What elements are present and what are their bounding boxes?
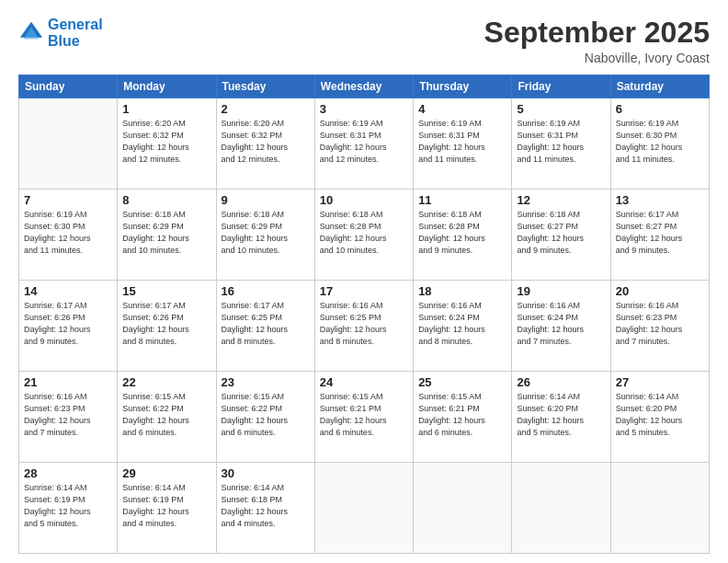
calendar-week-5: 28Sunrise: 6:14 AMSunset: 6:19 PMDayligh… [19,463,710,554]
logo-icon [18,20,44,46]
day-info: Sunrise: 6:15 AMSunset: 6:21 PMDaylight:… [418,391,506,439]
calendar-cell: 1Sunrise: 6:20 AMSunset: 6:32 PMDaylight… [118,98,216,190]
header-tuesday: Tuesday [216,75,314,98]
logo: General Blue [18,17,103,49]
day-info: Sunrise: 6:14 AMSunset: 6:20 PMDaylight:… [616,391,704,439]
day-number: 19 [517,284,605,298]
day-number: 1 [122,102,210,116]
day-number: 10 [320,193,408,207]
day-info: Sunrise: 6:19 AMSunset: 6:30 PMDaylight:… [24,209,112,257]
calendar-week-4: 21Sunrise: 6:16 AMSunset: 6:23 PMDayligh… [19,372,710,463]
day-number: 5 [517,102,605,116]
calendar-cell [19,98,118,190]
calendar-cell: 3Sunrise: 6:19 AMSunset: 6:31 PMDaylight… [314,98,413,190]
day-number: 20 [616,284,704,298]
day-info: Sunrise: 6:19 AMSunset: 6:31 PMDaylight:… [517,118,605,166]
day-number: 23 [222,375,310,389]
day-info: Sunrise: 6:18 AMSunset: 6:28 PMDaylight:… [320,209,408,257]
calendar-cell: 14Sunrise: 6:17 AMSunset: 6:26 PMDayligh… [19,281,118,372]
calendar-cell: 19Sunrise: 6:16 AMSunset: 6:24 PMDayligh… [512,281,610,372]
day-info: Sunrise: 6:16 AMSunset: 6:25 PMDaylight:… [320,300,408,348]
day-info: Sunrise: 6:15 AMSunset: 6:21 PMDaylight:… [320,391,408,439]
day-number: 17 [320,284,408,298]
day-number: 27 [616,375,704,389]
day-info: Sunrise: 6:16 AMSunset: 6:24 PMDaylight:… [418,300,506,348]
day-info: Sunrise: 6:19 AMSunset: 6:31 PMDaylight:… [320,118,408,166]
day-number: 26 [517,375,605,389]
calendar-cell [512,463,610,554]
day-info: Sunrise: 6:14 AMSunset: 6:19 PMDaylight:… [24,482,112,530]
calendar-cell: 2Sunrise: 6:20 AMSunset: 6:32 PMDaylight… [216,98,314,190]
day-info: Sunrise: 6:14 AMSunset: 6:18 PMDaylight:… [222,482,310,530]
day-info: Sunrise: 6:18 AMSunset: 6:28 PMDaylight:… [418,209,506,257]
page: General Blue September 2025 Naboville, I… [0,0,728,563]
calendar-cell: 6Sunrise: 6:19 AMSunset: 6:30 PMDaylight… [610,98,709,190]
calendar-cell: 20Sunrise: 6:16 AMSunset: 6:23 PMDayligh… [610,281,709,372]
calendar-cell [414,463,512,554]
calendar-cell: 26Sunrise: 6:14 AMSunset: 6:20 PMDayligh… [512,372,610,463]
calendar-table: Sunday Monday Tuesday Wednesday Thursday… [18,75,710,554]
calendar-cell: 29Sunrise: 6:14 AMSunset: 6:19 PMDayligh… [118,463,216,554]
calendar-cell: 16Sunrise: 6:17 AMSunset: 6:25 PMDayligh… [216,281,314,372]
weekday-header-row: Sunday Monday Tuesday Wednesday Thursday… [19,75,710,98]
day-info: Sunrise: 6:17 AMSunset: 6:26 PMDaylight:… [24,300,112,348]
calendar-cell: 5Sunrise: 6:19 AMSunset: 6:31 PMDaylight… [512,98,610,190]
calendar-cell: 28Sunrise: 6:14 AMSunset: 6:19 PMDayligh… [19,463,118,554]
calendar-week-3: 14Sunrise: 6:17 AMSunset: 6:26 PMDayligh… [19,281,710,372]
header-monday: Monday [118,75,216,98]
day-number: 30 [222,466,310,480]
day-number: 29 [122,466,210,480]
calendar-cell: 18Sunrise: 6:16 AMSunset: 6:24 PMDayligh… [414,281,512,372]
day-number: 7 [24,193,112,207]
header-friday: Friday [512,75,610,98]
calendar-cell: 17Sunrise: 6:16 AMSunset: 6:25 PMDayligh… [314,281,413,372]
day-number: 24 [320,375,408,389]
day-number: 3 [320,102,408,116]
calendar-cell: 30Sunrise: 6:14 AMSunset: 6:18 PMDayligh… [216,463,314,554]
calendar-week-1: 1Sunrise: 6:20 AMSunset: 6:32 PMDaylight… [19,98,710,190]
day-number: 28 [24,466,112,480]
calendar-cell: 24Sunrise: 6:15 AMSunset: 6:21 PMDayligh… [314,372,413,463]
calendar-cell: 25Sunrise: 6:15 AMSunset: 6:21 PMDayligh… [414,372,512,463]
day-number: 2 [222,102,310,116]
calendar-cell: 9Sunrise: 6:18 AMSunset: 6:29 PMDaylight… [216,190,314,281]
calendar-cell: 4Sunrise: 6:19 AMSunset: 6:31 PMDaylight… [414,98,512,190]
day-number: 12 [517,193,605,207]
calendar-cell: 13Sunrise: 6:17 AMSunset: 6:27 PMDayligh… [610,190,709,281]
calendar-cell: 22Sunrise: 6:15 AMSunset: 6:22 PMDayligh… [118,372,216,463]
day-info: Sunrise: 6:18 AMSunset: 6:27 PMDaylight:… [517,209,605,257]
calendar-cell: 8Sunrise: 6:18 AMSunset: 6:29 PMDaylight… [118,190,216,281]
header: General Blue September 2025 Naboville, I… [18,17,710,65]
day-info: Sunrise: 6:17 AMSunset: 6:27 PMDaylight:… [616,209,704,257]
location: Naboville, Ivory Coast [484,51,710,65]
day-info: Sunrise: 6:19 AMSunset: 6:30 PMDaylight:… [616,118,704,166]
calendar-cell: 15Sunrise: 6:17 AMSunset: 6:26 PMDayligh… [118,281,216,372]
day-number: 14 [24,284,112,298]
day-info: Sunrise: 6:14 AMSunset: 6:20 PMDaylight:… [517,391,605,439]
day-info: Sunrise: 6:19 AMSunset: 6:31 PMDaylight:… [418,118,506,166]
header-sunday: Sunday [19,75,118,98]
day-number: 6 [616,102,704,116]
day-number: 13 [616,193,704,207]
day-info: Sunrise: 6:20 AMSunset: 6:32 PMDaylight:… [122,118,210,166]
calendar-cell: 11Sunrise: 6:18 AMSunset: 6:28 PMDayligh… [414,190,512,281]
day-number: 21 [24,375,112,389]
calendar-cell: 10Sunrise: 6:18 AMSunset: 6:28 PMDayligh… [314,190,413,281]
day-number: 16 [222,284,310,298]
day-info: Sunrise: 6:16 AMSunset: 6:23 PMDaylight:… [24,391,112,439]
day-info: Sunrise: 6:14 AMSunset: 6:19 PMDaylight:… [122,482,210,530]
calendar-cell: 7Sunrise: 6:19 AMSunset: 6:30 PMDaylight… [19,190,118,281]
calendar-cell: 27Sunrise: 6:14 AMSunset: 6:20 PMDayligh… [610,372,709,463]
calendar-cell [314,463,413,554]
day-number: 8 [122,193,210,207]
day-number: 15 [122,284,210,298]
calendar-cell: 12Sunrise: 6:18 AMSunset: 6:27 PMDayligh… [512,190,610,281]
day-number: 22 [122,375,210,389]
month-title: September 2025 [484,17,710,49]
day-info: Sunrise: 6:16 AMSunset: 6:23 PMDaylight:… [616,300,704,348]
header-saturday: Saturday [610,75,709,98]
day-number: 11 [418,193,506,207]
title-area: September 2025 Naboville, Ivory Coast [484,17,710,65]
header-wednesday: Wednesday [314,75,413,98]
calendar-cell [610,463,709,554]
